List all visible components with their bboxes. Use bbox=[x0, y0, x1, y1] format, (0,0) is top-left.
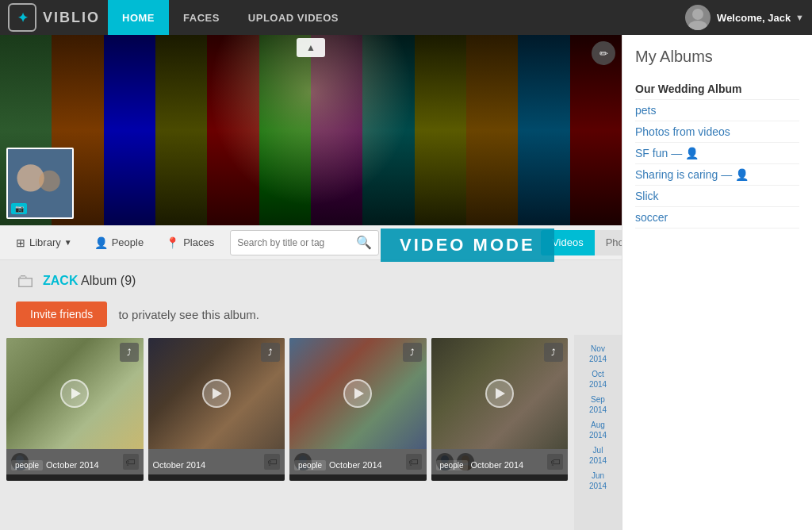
svg-point-1 bbox=[688, 21, 707, 30]
toolbar: ⊞ Library ▼ 👤 People 📍 Places 🔍 VIDEO MO… bbox=[0, 225, 622, 260]
nav-faces[interactable]: FACES bbox=[169, 0, 234, 35]
library-chevron-icon: ▼ bbox=[64, 238, 72, 247]
album-item[interactable]: soccer bbox=[635, 207, 799, 229]
invite-friends-button[interactable]: Invite friends bbox=[16, 301, 107, 327]
people-tag: people bbox=[294, 460, 326, 470]
grid-and-timeline: ⤴ people October 2014 🏷 bbox=[0, 335, 622, 530]
camera-icon: 📷 bbox=[11, 203, 27, 214]
timeline-item[interactable]: Jun2014 bbox=[589, 468, 607, 494]
play-icon bbox=[71, 388, 81, 399]
video-card: ⤴ October 2014 🏷 bbox=[148, 338, 285, 481]
up-arrow-icon: ▲ bbox=[306, 42, 316, 53]
people-button[interactable]: 👤 People bbox=[85, 230, 153, 255]
album-item[interactable]: Slick bbox=[635, 186, 799, 207]
share-icon[interactable]: ⤴ bbox=[120, 343, 139, 362]
tab-photos[interactable]: Photos bbox=[595, 230, 622, 255]
folder-icon: 🗀 bbox=[16, 270, 35, 292]
timeline-item[interactable]: Jul2014 bbox=[589, 443, 607, 468]
video-date: October 2014 bbox=[329, 460, 382, 470]
play-button[interactable] bbox=[485, 379, 514, 408]
nav-home[interactable]: HOME bbox=[108, 0, 169, 35]
sidebar-title: My Albums bbox=[635, 48, 799, 66]
album-item[interactable]: Our Wedding Album bbox=[635, 79, 799, 100]
video-footer: people October 2014 bbox=[6, 449, 144, 481]
person-icon: 👤 bbox=[94, 236, 108, 249]
main-area: 📷 ▲ ✏ ⊞ Library ▼ 👤 People bbox=[0, 35, 812, 530]
nav-upload[interactable]: UPLOAD VIDEOS bbox=[234, 0, 353, 35]
invite-section: Invite friends to privately see this alb… bbox=[0, 298, 622, 335]
video-mode-label: VIDEO MODE bbox=[400, 235, 535, 255]
hero-background bbox=[0, 35, 622, 225]
timeline-item[interactable]: Aug2014 bbox=[589, 417, 607, 443]
location-icon: 📍 bbox=[166, 236, 179, 249]
video-card: ⤴ people October 2014 🏷 bbox=[289, 338, 427, 481]
play-icon bbox=[496, 388, 505, 399]
video-date: October 2014 bbox=[46, 460, 99, 470]
nav-links: HOME FACES UPLOAD VIDEOS bbox=[108, 0, 685, 35]
logo-area: ✦ VIBLIO bbox=[8, 3, 100, 32]
pencil-icon: ✏ bbox=[599, 48, 608, 60]
content-area: 📷 ▲ ✏ ⊞ Library ▼ 👤 People bbox=[0, 35, 622, 530]
play-icon bbox=[213, 388, 222, 399]
hero-image: 📷 ▲ ✏ bbox=[0, 35, 622, 225]
video-thumbnail: ⤴ bbox=[6, 338, 144, 449]
hero-thumbnail: 📷 bbox=[6, 148, 74, 219]
video-date: October 2014 bbox=[471, 460, 524, 470]
search-area: 🔍 bbox=[230, 230, 379, 255]
skateboards-bg bbox=[0, 35, 622, 225]
video-thumbnail: ⤴ bbox=[289, 338, 427, 449]
search-icon[interactable]: 🔍 bbox=[356, 235, 372, 250]
album-title: ZACK Album (9) bbox=[43, 274, 136, 288]
play-icon bbox=[354, 388, 364, 399]
play-button[interactable] bbox=[60, 379, 89, 408]
video-thumbnail: ⤴ bbox=[148, 338, 285, 449]
right-sidebar: My Albums Our Wedding Album pets Photos … bbox=[622, 35, 812, 530]
video-footer: people October 2014 bbox=[289, 449, 427, 481]
play-button[interactable] bbox=[202, 379, 231, 408]
video-mode-overlay: VIDEO MODE bbox=[381, 229, 554, 262]
hero-collapse-button[interactable]: ▲ bbox=[297, 38, 325, 57]
logo-text: VIBLIO bbox=[43, 10, 100, 26]
people-tag: people bbox=[436, 460, 468, 470]
album-header: 🗀 ZACK Album (9) bbox=[0, 260, 622, 298]
search-input[interactable] bbox=[237, 237, 356, 248]
video-footer: October 2014 bbox=[148, 449, 285, 481]
timeline-sidebar: Nov2014 Oct2014 Sep2014 Aug2014 Jul2014 … bbox=[574, 335, 622, 530]
chevron-down-icon: ▼ bbox=[795, 13, 804, 22]
navbar: ✦ VIBLIO HOME FACES UPLOAD VIDEOS Welcom… bbox=[0, 0, 812, 35]
album-item[interactable]: Photos from videos bbox=[635, 121, 799, 143]
invite-message: to privately see this album. bbox=[118, 308, 259, 321]
user-avatar bbox=[685, 5, 710, 30]
share-icon[interactable]: ⤴ bbox=[403, 343, 422, 362]
library-button[interactable]: ⊞ Library ▼ bbox=[6, 230, 82, 255]
album-item[interactable]: SF fun — 👤 bbox=[635, 143, 799, 164]
video-thumbnail: ⤴ bbox=[431, 338, 569, 449]
timeline-item[interactable]: Oct2014 bbox=[589, 367, 607, 392]
svg-point-0 bbox=[692, 9, 703, 20]
album-item[interactable]: pets bbox=[635, 100, 799, 121]
video-footer: people October 2014 bbox=[431, 449, 569, 481]
album-item[interactable]: Sharing is caring — 👤 bbox=[635, 164, 799, 186]
video-card: ⤴ people October 2014 🏷 bbox=[6, 338, 144, 481]
svg-point-4 bbox=[39, 171, 60, 192]
grid-icon: ⊞ bbox=[16, 236, 25, 249]
share-icon[interactable]: ⤴ bbox=[544, 343, 563, 362]
play-button[interactable] bbox=[343, 379, 372, 408]
user-welcome: Welcome, Jack bbox=[717, 12, 791, 24]
album-name: ZACK bbox=[43, 274, 78, 287]
timeline-item[interactable]: Sep2014 bbox=[589, 392, 607, 417]
video-card: ⤴ people October 2014 🏷 bbox=[431, 338, 569, 481]
video-date: October 2014 bbox=[153, 460, 206, 470]
timeline-item[interactable]: Nov2014 bbox=[589, 341, 607, 367]
video-grid: ⤴ people October 2014 🏷 bbox=[0, 335, 574, 530]
share-icon[interactable]: ⤴ bbox=[261, 343, 280, 362]
places-button[interactable]: 📍 Places bbox=[156, 230, 224, 255]
logo-icon: ✦ bbox=[17, 10, 28, 25]
hero-edit-button[interactable]: ✏ bbox=[592, 41, 615, 65]
people-tag: people bbox=[11, 460, 43, 470]
logo-box: ✦ bbox=[8, 3, 36, 32]
user-area[interactable]: Welcome, Jack ▼ bbox=[685, 5, 804, 30]
